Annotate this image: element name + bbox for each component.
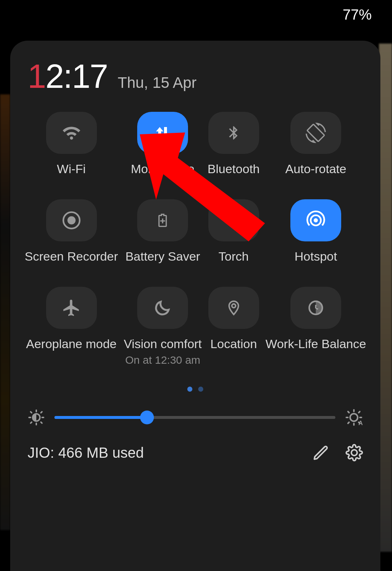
wallpaper-blur-left xyxy=(0,94,10,530)
vision-comfort-button[interactable] xyxy=(137,287,188,329)
location-button[interactable] xyxy=(208,287,259,329)
mobile-data-icon xyxy=(154,124,171,142)
aeroplane-label: Aeroplane mode xyxy=(26,337,117,351)
record-icon xyxy=(62,211,81,230)
svg-point-1 xyxy=(67,216,75,225)
brightness-thumb[interactable] xyxy=(140,411,154,424)
aeroplane-button[interactable] xyxy=(46,287,97,329)
brightness-low-icon xyxy=(28,409,45,426)
mobile-data-label: Mobile data xyxy=(131,162,195,176)
torch-button[interactable] xyxy=(208,199,259,241)
auto-rotate-icon xyxy=(306,123,326,143)
tile-hotspot: Hotspot xyxy=(265,199,366,264)
brightness-row: A xyxy=(25,408,366,427)
hotspot-icon xyxy=(306,210,326,231)
data-usage-text[interactable]: JIO: 466 MB used xyxy=(28,445,312,461)
vision-comfort-label: Vision comfort xyxy=(124,337,202,351)
tile-wifi: Wi-Fi xyxy=(25,112,118,176)
brightness-fill xyxy=(54,416,147,419)
gear-icon xyxy=(346,444,363,461)
battery-plus-icon xyxy=(155,210,170,231)
svg-line-11 xyxy=(30,412,32,413)
tile-screen-recorder: Screen Recorder xyxy=(25,199,118,264)
bluetooth-button[interactable] xyxy=(208,112,259,154)
clock-time: 12:17 xyxy=(28,60,107,93)
battery-saver-label: Battery Saver xyxy=(125,249,200,264)
svg-line-22 xyxy=(359,412,360,413)
svg-line-23 xyxy=(348,423,349,424)
location-pin-icon xyxy=(226,298,242,318)
page-dot-1 xyxy=(187,387,192,392)
battery-saver-button[interactable] xyxy=(137,199,188,241)
clock-rest: 2:17 xyxy=(45,58,107,95)
tile-battery-saver: Battery Saver xyxy=(124,199,202,264)
wifi-button[interactable] xyxy=(46,112,97,154)
work-life-button[interactable] xyxy=(290,287,341,329)
tile-vision-comfort: Vision comfort On at 12:30 am xyxy=(124,287,202,366)
mobile-data-button[interactable] xyxy=(137,112,188,154)
status-bar: 77% xyxy=(0,0,392,29)
work-life-label: Work-Life Balance xyxy=(265,337,366,351)
svg-point-4 xyxy=(232,304,236,308)
brightness-auto-icon[interactable]: A xyxy=(345,408,363,427)
auto-rotate-label: Auto-rotate xyxy=(285,162,346,176)
auto-rotate-button[interactable] xyxy=(290,112,341,154)
tiles-grid: Wi-Fi Mobile data Bluetooth Auto-rotate xyxy=(25,112,366,366)
svg-line-20 xyxy=(348,412,349,413)
moon-icon xyxy=(154,299,172,317)
bluetooth-icon xyxy=(226,123,242,143)
location-label: Location xyxy=(210,337,257,351)
tile-work-life: Work-Life Balance xyxy=(265,287,366,366)
work-life-icon xyxy=(307,299,324,317)
svg-point-15 xyxy=(350,414,358,421)
panel-footer: JIO: 466 MB used xyxy=(25,444,366,461)
torch-label: Torch xyxy=(219,249,249,264)
page-dot-2 xyxy=(198,387,203,392)
wifi-icon xyxy=(61,125,82,141)
tile-aeroplane: Aeroplane mode xyxy=(25,287,118,366)
page-indicator xyxy=(25,387,366,392)
tile-auto-rotate: Auto-rotate xyxy=(265,112,366,176)
quick-settings-panel: 12:17 Thu, 15 Apr Wi-Fi Mobile data Blue… xyxy=(10,41,380,571)
airplane-icon xyxy=(62,298,81,318)
torch-icon xyxy=(226,210,242,231)
clock-date: Thu, 15 Apr xyxy=(118,74,196,91)
hotspot-button[interactable] xyxy=(290,199,341,241)
clock-hour-accent: 1 xyxy=(28,58,45,95)
svg-line-12 xyxy=(41,422,42,423)
pencil-icon xyxy=(312,444,330,461)
tile-mobile-data: Mobile data xyxy=(124,112,202,176)
bluetooth-label: Bluetooth xyxy=(208,162,260,176)
wifi-label: Wi-Fi xyxy=(57,162,86,176)
tile-location: Location xyxy=(208,287,260,366)
settings-button[interactable] xyxy=(346,444,363,461)
svg-text:A: A xyxy=(359,420,363,427)
clock-row: 12:17 Thu, 15 Apr xyxy=(28,60,366,93)
tile-bluetooth: Bluetooth xyxy=(208,112,260,176)
battery-percent: 77% xyxy=(343,7,372,23)
screen-recorder-button[interactable] xyxy=(46,199,97,241)
edit-button[interactable] xyxy=(312,444,330,461)
brightness-slider[interactable] xyxy=(54,416,335,419)
svg-line-14 xyxy=(30,422,32,423)
hotspot-label: Hotspot xyxy=(294,249,337,264)
tile-torch: Torch xyxy=(208,199,260,264)
svg-point-2 xyxy=(314,218,318,223)
wallpaper-blur-right xyxy=(379,44,392,552)
svg-line-13 xyxy=(41,412,42,413)
screen-recorder-label: Screen Recorder xyxy=(25,249,118,264)
vision-comfort-sublabel: On at 12:30 am xyxy=(125,354,200,366)
